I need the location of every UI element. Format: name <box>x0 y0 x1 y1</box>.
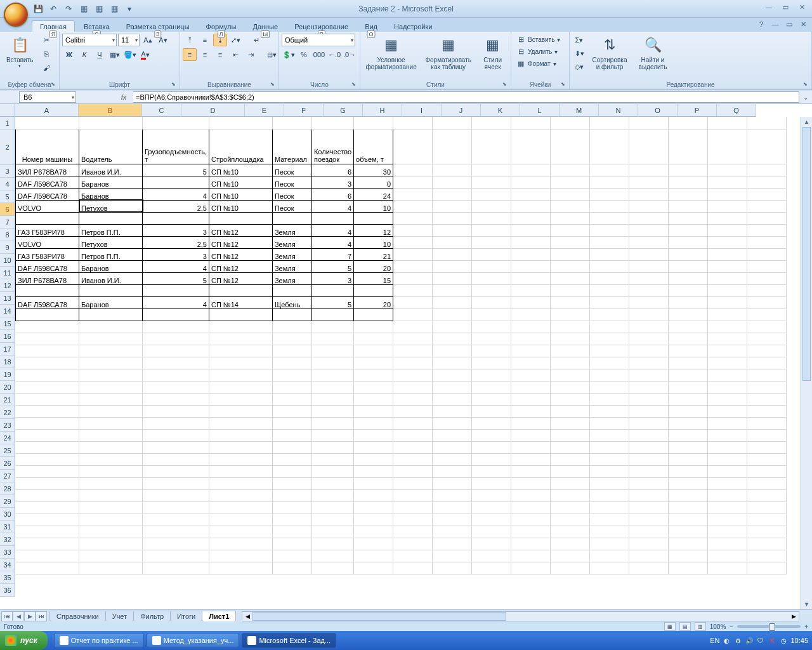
cell-E6[interactable]: Песок <box>272 200 311 212</box>
cell-G9[interactable]: 10 <box>354 236 393 248</box>
col-header-Q[interactable]: Q <box>717 104 756 117</box>
cell-O25[interactable] <box>669 429 708 441</box>
cell-F13[interactable] <box>311 284 353 296</box>
cell-K5[interactable] <box>511 188 551 200</box>
cell-F10[interactable]: 7 <box>311 248 353 260</box>
cell-B10[interactable]: Петров П.П. <box>79 248 143 260</box>
cell-I26[interactable] <box>433 441 472 453</box>
cell-P15[interactable] <box>708 308 747 321</box>
cell-H15[interactable] <box>393 308 433 321</box>
cell-B35[interactable] <box>79 550 143 562</box>
cell-Q32[interactable] <box>747 514 787 526</box>
cell-D8[interactable]: СП №12 <box>209 224 272 236</box>
cell-K13[interactable] <box>511 284 551 296</box>
row-header-17[interactable]: 17 <box>0 343 15 355</box>
cell-Q36[interactable] <box>747 562 787 574</box>
cell-P35[interactable] <box>708 550 747 562</box>
cell-D14[interactable]: СП №14 <box>209 296 272 308</box>
cell-L25[interactable] <box>551 429 590 441</box>
cell-H36[interactable] <box>393 562 433 574</box>
cell-J8[interactable] <box>472 224 511 236</box>
cell-M21[interactable] <box>590 381 629 393</box>
cell-Q30[interactable] <box>747 489 787 501</box>
cell-Q23[interactable] <box>747 405 787 417</box>
underline-button[interactable]: Ч <box>93 48 107 61</box>
cell-L20[interactable] <box>551 369 590 381</box>
cell-M31[interactable] <box>590 501 629 514</box>
cell-F29[interactable] <box>311 477 353 489</box>
cell-F2[interactable]: Количество поездок <box>311 129 353 164</box>
cell-D11[interactable]: СП №12 <box>209 260 272 272</box>
cell-B12[interactable]: Иванов И.И. <box>79 272 143 284</box>
cell-N23[interactable] <box>629 405 669 417</box>
cell-H9[interactable] <box>393 236 433 248</box>
cell-I6[interactable] <box>433 200 472 212</box>
row-header-24[interactable]: 24 <box>0 432 15 444</box>
align-right[interactable]: ≡ <box>213 48 227 61</box>
cell-D33[interactable] <box>209 526 272 538</box>
cell-E28[interactable] <box>272 465 311 477</box>
increase-font-button[interactable]: A▴ <box>141 34 155 46</box>
cell-F8[interactable]: 4 <box>311 224 353 236</box>
comma-format[interactable]: 000 <box>312 48 326 61</box>
cell-Q21[interactable] <box>747 381 787 393</box>
zoom-slider[interactable] <box>737 625 801 628</box>
cell-J3[interactable] <box>472 164 511 176</box>
cell-B24[interactable] <box>79 417 143 429</box>
cell-J35[interactable] <box>472 550 511 562</box>
cell-I29[interactable] <box>433 477 472 489</box>
cell-E32[interactable] <box>272 514 311 526</box>
cell-M10[interactable] <box>590 248 629 260</box>
qat-undo[interactable]: ↶ <box>47 3 60 15</box>
cell-N11[interactable] <box>629 260 669 272</box>
cell-O32[interactable] <box>669 514 708 526</box>
cell-D7[interactable] <box>209 212 272 224</box>
cell-C7[interactable] <box>143 212 209 224</box>
cell-B30[interactable] <box>79 489 143 501</box>
cell-O3[interactable] <box>669 164 708 176</box>
cell-M34[interactable] <box>590 538 629 550</box>
copy-button[interactable]: ⎘ <box>39 48 53 60</box>
cell-B36[interactable] <box>79 562 143 574</box>
cell-O9[interactable] <box>669 236 708 248</box>
cell-K28[interactable] <box>511 465 551 477</box>
cell-E14[interactable]: Щебень <box>272 296 311 308</box>
cell-D5[interactable]: СП №10 <box>209 188 272 200</box>
fill-color-button[interactable]: 🪣▾ <box>123 48 137 61</box>
cell-P31[interactable] <box>708 501 747 514</box>
cell-C19[interactable] <box>143 357 209 369</box>
row-header-36[interactable]: 36 <box>0 584 15 597</box>
cell-O5[interactable] <box>669 188 708 200</box>
cell-L3[interactable] <box>551 164 590 176</box>
cell-N24[interactable] <box>629 417 669 429</box>
cell-Q9[interactable] <box>747 236 787 248</box>
cell-J10[interactable] <box>472 248 511 260</box>
minimize-button[interactable]: — <box>761 1 776 13</box>
cell-A9[interactable]: VOLVO <box>16 236 79 248</box>
cell-I5[interactable] <box>433 188 472 200</box>
cell-J24[interactable] <box>472 417 511 429</box>
cell-L31[interactable] <box>551 501 590 514</box>
cell-E33[interactable] <box>272 526 311 538</box>
row-header-5[interactable]: 5 <box>0 190 15 203</box>
cell-D3[interactable]: СП №10 <box>209 164 272 176</box>
formula-input[interactable] <box>133 91 799 103</box>
cell-K16[interactable] <box>511 321 551 333</box>
cell-L35[interactable] <box>551 550 590 562</box>
row-header-16[interactable]: 16 <box>0 330 15 343</box>
cell-D16[interactable] <box>209 321 272 333</box>
cell-K34[interactable] <box>511 538 551 550</box>
cell-G10[interactable]: 21 <box>354 248 393 260</box>
cell-C27[interactable] <box>143 453 209 465</box>
cell-D17[interactable] <box>209 333 272 345</box>
cell-K31[interactable] <box>511 501 551 514</box>
cell-F22[interactable] <box>311 393 353 405</box>
cell-C9[interactable]: 2,5 <box>143 236 209 248</box>
tray-clock[interactable]: 10:45 <box>790 637 808 644</box>
cell-B26[interactable] <box>79 441 143 453</box>
cell-B27[interactable] <box>79 453 143 465</box>
cell-G2[interactable]: объем, т <box>354 129 393 164</box>
cell-I28[interactable] <box>433 465 472 477</box>
cell-E13[interactable] <box>272 284 311 296</box>
cell-K25[interactable] <box>511 429 551 441</box>
